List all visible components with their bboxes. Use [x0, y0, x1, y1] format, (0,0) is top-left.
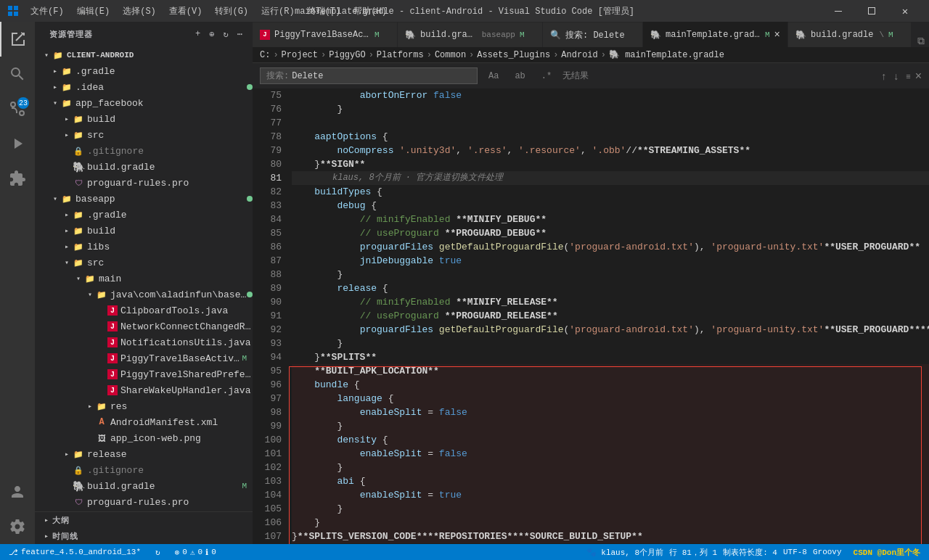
refresh-icon[interactable]: ↻	[221, 28, 232, 41]
activity-run[interactable]	[0, 126, 35, 161]
item-label: java\com\aladinfun\baseapp	[110, 289, 247, 300]
sync-status[interactable]: ↻	[152, 548, 163, 557]
tree-item[interactable]: ▸ 📁 libs	[35, 239, 253, 255]
code-lines[interactable]: abortOnError false } aaptOptions { noCom…	[289, 88, 929, 544]
match-case-button[interactable]: Aa	[483, 69, 504, 83]
tree-item[interactable]: ▸ 🛡 proguard-rules.pro	[35, 494, 253, 510]
tree-item[interactable]: ▸ 📁 .gradle	[35, 207, 253, 223]
file-icon: J	[107, 369, 118, 379]
menu-run[interactable]: 运行(R)	[255, 4, 300, 19]
tree-item[interactable]: ▾ 📁 main	[35, 271, 253, 287]
menu-edit[interactable]: 编辑(E)	[71, 4, 116, 19]
menu-file[interactable]: 文件(F)	[25, 4, 70, 19]
code-line: }**SPLITS**	[292, 350, 929, 364]
position-status[interactable]: 行 81，列 1	[666, 547, 720, 558]
line-num: 108	[255, 543, 282, 544]
outline-header[interactable]: ▸ 大纲	[35, 512, 253, 528]
tree-item[interactable]: ▾ 📁 app_facebook	[35, 95, 253, 111]
breadcrumb-piggygo[interactable]: PiggyGO	[329, 50, 365, 60]
find-close-button[interactable]: ×	[915, 69, 922, 83]
tree-item[interactable]: ▸ J NotificationsUtils.java	[35, 334, 253, 350]
menu-select[interactable]: 选择(S)	[117, 4, 162, 19]
whole-word-button[interactable]: ab	[509, 69, 530, 83]
new-file-icon[interactable]: +	[192, 28, 203, 41]
activity-explorer[interactable]	[0, 22, 35, 57]
branch-status[interactable]: ⎇ feature_4.5.0_android_13*	[6, 548, 144, 557]
maximize-button[interactable]	[855, 0, 888, 22]
code-line: proguardFiles getDefaultProguardFile('pr…	[292, 240, 929, 254]
tree-item[interactable]: ▸ J PiggyTravelBaseActivity.java M	[35, 350, 253, 366]
blame-status[interactable]: 🐾 klaus, 8个月前	[584, 547, 666, 558]
close-button[interactable]: ✕	[888, 0, 922, 22]
tree-item[interactable]: ▸ J ClipboardTools.java	[35, 302, 253, 318]
tab-search-icon: 🔍	[550, 30, 561, 41]
tree-item[interactable]: ▸ J ShareWakeUpHandler.java	[35, 382, 253, 398]
timeline-header[interactable]: ▸ 时间线	[35, 528, 253, 544]
breadcrumb-android[interactable]: Android	[561, 50, 597, 60]
activity-extensions[interactable]	[0, 161, 35, 196]
find-bar: 搜索: Aa ab .* 无结果 ↑ ↓ ≡ ×	[253, 63, 929, 88]
breadcrumb-platforms[interactable]: Platforms	[377, 50, 424, 60]
activity-search[interactable]	[0, 57, 35, 91]
tree-item[interactable]: ▸ A AndroidManifest.xml	[35, 414, 253, 430]
breadcrumb-common[interactable]: Common	[435, 50, 466, 60]
find-prev-button[interactable]: ↑	[878, 69, 889, 83]
tree-item[interactable]: ▸ 📁 src	[35, 127, 253, 143]
new-folder-icon[interactable]: ⊕	[206, 28, 217, 41]
tree-root[interactable]: ▾ 📁 CLIENT-ANDROID	[35, 47, 253, 63]
breadcrumb-sep: ›	[273, 50, 278, 60]
breadcrumb-c[interactable]: C:	[260, 50, 270, 60]
collapse-all-icon[interactable]: ⋯	[234, 28, 245, 41]
tree-item[interactable]: ▸ 📁 res	[35, 398, 253, 414]
tree-item[interactable]: ▸ 📁 build	[35, 111, 253, 127]
tabsize-status[interactable]: 制表符长度: 4	[720, 547, 780, 558]
tree-item[interactable]: ▸ J PiggyTravelSharedPreferences.java	[35, 366, 253, 382]
window-controls[interactable]: ✕	[822, 0, 922, 22]
tree-item[interactable]: ▾ 📁 java\com\aladinfun\baseapp	[35, 287, 253, 302]
outline-section: ▸ 大纲 ▸ 时间线	[35, 511, 253, 544]
activity-settings[interactable]	[0, 509, 35, 544]
tab-gradle-icon: 🐘	[405, 30, 416, 41]
tree-item-release[interactable]: ▸ 📁 release	[35, 446, 253, 462]
minimize-button[interactable]	[822, 0, 855, 22]
breadcrumb-file[interactable]: 🐘 mainTemplate.gradle	[609, 49, 724, 60]
menu-view[interactable]: 查看(V)	[163, 4, 208, 19]
breadcrumb-assets[interactable]: Assets_Plugins	[477, 50, 550, 60]
encoding-status[interactable]: UTF-8	[780, 548, 810, 556]
find-next-button[interactable]: ↓	[891, 69, 901, 83]
tree-item[interactable]: ▸ 📁 .gradle	[35, 63, 253, 79]
tree-item[interactable]: ▸ 🐘 build.gradle M	[35, 478, 253, 494]
tree-item[interactable]: ▸ 🛡 proguard-rules.pro	[35, 175, 253, 191]
tree-item[interactable]: ▸ 🐘 build.gradle	[35, 159, 253, 175]
tree-item[interactable]: ▸ 📁 build	[35, 223, 253, 239]
tab-piggy-activity[interactable]: J PiggyTravelBaseActivity.java M ×	[253, 22, 398, 47]
find-all-button[interactable]: ≡	[903, 69, 913, 83]
split-editor-icon[interactable]: ⧉	[917, 36, 925, 47]
tab-build-baseapp[interactable]: 🐘 build.gradle baseapp M ×	[398, 22, 543, 47]
menu-goto[interactable]: 转到(G)	[209, 4, 254, 19]
tab-search[interactable]: 🔍 搜索: Delete ×	[543, 22, 643, 47]
tree-item[interactable]: ▸ 🔒 .gitignore	[35, 143, 253, 159]
find-input[interactable]	[292, 71, 471, 81]
tab-build-root[interactable]: 🐘 build.gradle \ M ×	[788, 22, 912, 47]
breadcrumb-project[interactable]: Project	[282, 50, 318, 60]
tab-maintemplate-active[interactable]: 🐘 mainTemplate.gradle M ×	[643, 22, 788, 47]
tree-item[interactable]: ▸ 🔒 .gitignore	[35, 462, 253, 478]
activity-scm[interactable]: 23	[0, 91, 35, 126]
sidebar-title: 资源管理器	[49, 29, 93, 40]
tree-item[interactable]: ▾ 📁 src	[35, 255, 253, 271]
tree-item[interactable]: ▾ 📁 baseapp	[35, 191, 253, 207]
tab-close-active[interactable]: ×	[774, 29, 780, 41]
code-line	[292, 116, 929, 130]
tree-item[interactable]: ▸ 📁 .idea	[35, 79, 253, 95]
regex-button[interactable]: .*	[536, 69, 557, 83]
tree-item[interactable]: ▸ 🖼 app_icon-web.png	[35, 430, 253, 446]
tree-item[interactable]: ▸ J NetworkConnectChangedReceiver.java	[35, 318, 253, 334]
code-editor[interactable]: 75 76 77 78 79 80 81 82 83 84 85 86 87 8…	[253, 88, 929, 544]
language-status[interactable]: Groovy	[810, 548, 845, 556]
line-num: 105	[255, 502, 282, 516]
activity-account[interactable]	[0, 474, 35, 509]
sidebar-actions[interactable]: + ⊕ ↻ ⋯	[192, 28, 245, 41]
error-status[interactable]: ⊗ 0 ⚠ 0 ℹ 0	[172, 548, 219, 557]
line-num: 75	[255, 88, 282, 102]
